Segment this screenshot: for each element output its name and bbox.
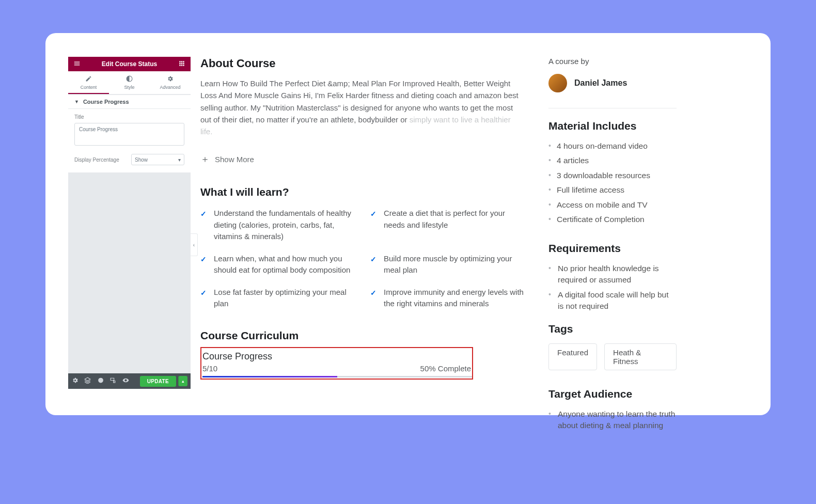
learn-text: Create a diet that is perfect for your n… (384, 208, 525, 243)
audience-heading: Target Audience (548, 388, 677, 400)
pencil-icon (68, 75, 109, 84)
check-icon: ✓ (370, 209, 376, 243)
requirements-list: No prior health knowledge is required or… (548, 263, 677, 312)
tab-content[interactable]: Content (68, 71, 109, 94)
progress-bar-fill (202, 376, 337, 377)
tags-row: Featured Heath & Fitness (548, 343, 677, 370)
layers-icon[interactable] (84, 377, 92, 385)
avatar (548, 74, 567, 92)
menu-icon[interactable] (73, 60, 81, 69)
tags-heading: Tags (548, 323, 677, 335)
gear-icon (150, 75, 191, 84)
show-more-button[interactable]: ＋ Show More (200, 153, 525, 165)
learn-text: Build more muscle by optimizing your mea… (384, 253, 525, 276)
caret-down-icon: ▼ (74, 99, 79, 104)
list-item: Full lifetime access (548, 184, 677, 196)
chevron-down-icon: ▾ (178, 157, 181, 163)
list-item: A digital food scale will help but is no… (548, 289, 677, 312)
material-heading: Material Includes (548, 120, 677, 132)
author-name: Daniel James (574, 78, 627, 88)
editor-footer: UPDATE ▴ (68, 373, 191, 389)
check-icon: ✓ (200, 254, 207, 276)
title-input[interactable]: Course Progress (74, 123, 184, 146)
update-options-caret[interactable]: ▴ (178, 376, 187, 386)
editor-tabs: Content Style Advanced (68, 71, 191, 94)
title-label: Title (74, 114, 184, 120)
tab-style[interactable]: Style (109, 71, 150, 94)
learn-text: Lose fat faster by optimizing your meal … (214, 287, 355, 310)
main-content: About Course Learn How To Build The Perf… (200, 57, 525, 380)
course-by-label: A course by (548, 57, 677, 66)
select-value: Show (135, 157, 148, 163)
learn-item: ✓Create a diet that is perfect for your … (370, 208, 525, 243)
editor-panel: Edit Course Status Content Style Advance… (68, 57, 191, 389)
learn-item: ✓Learn when, what and how much you shoul… (200, 253, 355, 276)
display-percentage-label: Display Percentage (74, 157, 119, 163)
progress-bar (202, 376, 472, 377)
app-window: Edit Course Status Content Style Advance… (45, 33, 771, 415)
panel-collapse-handle[interactable]: ‹ (191, 233, 198, 256)
requirements-heading: Requirements (548, 242, 677, 255)
about-body: Learn How To Build The Perfect Diet &amp… (200, 77, 525, 137)
curriculum-heading: Course Curriculum (200, 329, 525, 342)
style-icon (109, 75, 150, 84)
list-item: 3 downloadable resources (548, 170, 677, 181)
update-button[interactable]: UPDATE (140, 376, 176, 387)
learn-text: Improve immunity and energy levels with … (384, 287, 525, 310)
editor-header: Edit Course Status (68, 57, 191, 71)
learn-text: Learn when, what and how much you should… (214, 253, 355, 276)
list-item: Certificate of Completion (548, 214, 677, 225)
list-item: 4 hours on-demand video (548, 140, 677, 152)
course-sidebar: A course by Daniel James Material Includ… (548, 57, 677, 435)
apps-icon[interactable] (178, 60, 185, 69)
divider (548, 108, 677, 108)
about-heading: About Course (200, 57, 525, 70)
tag[interactable]: Heath & Fitness (604, 343, 677, 370)
check-icon: ✓ (370, 288, 376, 310)
panel-empty-area (68, 172, 191, 373)
preview-icon[interactable] (122, 377, 130, 385)
learn-item: ✓Lose fat faster by optimizing your meal… (200, 287, 355, 310)
list-item: Anyone wanting to learn the truth about … (548, 408, 677, 432)
course-progress-widget[interactable]: Course Progress 5/10 50% Complete (200, 347, 473, 380)
list-item: No prior health knowledge is required or… (548, 263, 677, 286)
history-icon[interactable] (97, 377, 104, 385)
learn-item: ✓Build more muscle by optimizing your me… (370, 253, 525, 276)
learn-heading: What I will learn? (200, 186, 525, 198)
plus-icon: ＋ (200, 153, 210, 165)
check-icon: ✓ (200, 288, 207, 310)
tab-advanced-label: Advanced (160, 85, 180, 90)
editor-title: Edit Course Status (102, 60, 157, 68)
author-row: Daniel James (548, 74, 677, 92)
responsive-icon[interactable] (109, 377, 117, 385)
list-item: 4 articles (548, 155, 677, 166)
progress-percent-label: 50% Complete (420, 364, 471, 373)
section-label: Course Progress (83, 99, 129, 105)
check-icon: ✓ (370, 254, 376, 276)
tag[interactable]: Featured (548, 343, 597, 370)
progress-count: 5/10 (202, 364, 217, 373)
settings-icon[interactable] (71, 377, 79, 385)
learn-text: Understand the fundamentals of healthy d… (214, 208, 355, 243)
list-item: Access on mobile and TV (548, 199, 677, 211)
tab-content-label: Content (81, 85, 97, 90)
panel-body: Title Course Progress Display Percentage… (68, 109, 191, 172)
show-more-label: Show More (215, 155, 254, 164)
progress-title: Course Progress (202, 351, 472, 362)
audience-list: Anyone wanting to learn the truth about … (548, 408, 677, 432)
material-list: 4 hours on-demand video 4 articles 3 dow… (548, 140, 677, 226)
section-toggle[interactable]: ▼ Course Progress (68, 94, 191, 109)
tab-style-label: Style (124, 85, 134, 90)
display-percentage-select[interactable]: Show ▾ (131, 154, 184, 165)
learn-grid: ✓Understand the fundamentals of healthy … (200, 208, 525, 310)
check-icon: ✓ (200, 209, 207, 243)
learn-item: ✓Improve immunity and energy levels with… (370, 287, 525, 310)
tab-advanced[interactable]: Advanced (150, 71, 191, 94)
learn-item: ✓Understand the fundamentals of healthy … (200, 208, 355, 243)
